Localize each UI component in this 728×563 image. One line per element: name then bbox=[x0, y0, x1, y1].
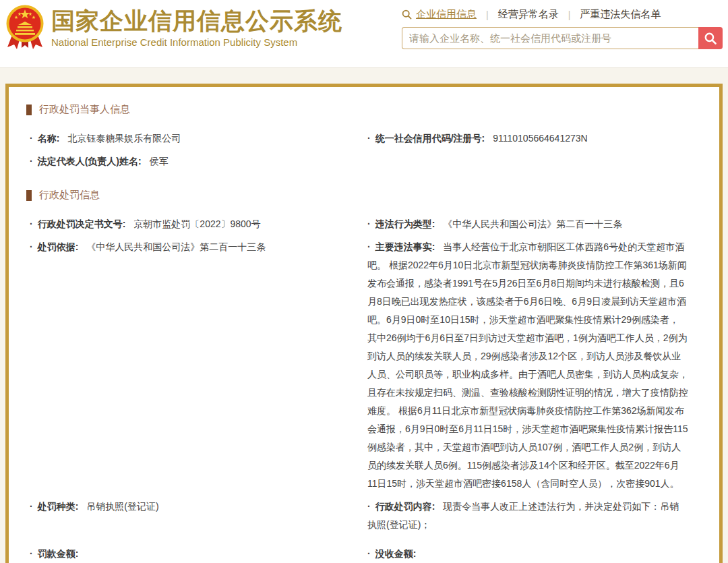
section-marker bbox=[26, 105, 32, 115]
nav-serious-violations-list[interactable]: 严重违法失信名单 bbox=[580, 8, 661, 21]
bullet: · bbox=[367, 548, 371, 559]
section-title-text: 行政处罚信息 bbox=[39, 189, 100, 202]
bullet: · bbox=[30, 548, 33, 559]
field-label: 行政处罚内容: bbox=[375, 501, 435, 512]
search-button[interactable] bbox=[698, 27, 723, 49]
site-title: 国家企业信用信息公示系统 bbox=[51, 7, 342, 35]
field-penalty-content: ·行政处罚内容:现责令当事人改正上述违法行为，并决定处罚如下：吊销执照(登记证)… bbox=[364, 498, 702, 534]
field-legal-rep: ·法定代表人(负责人)姓名:侯军 bbox=[26, 152, 364, 171]
field-fine-amount: ·罚款金额: bbox=[26, 545, 364, 563]
brand: 国家企业信用信息公示系统 National Enterprise Credit … bbox=[5, 4, 342, 50]
search-bar bbox=[402, 27, 723, 49]
search-input[interactable] bbox=[402, 27, 698, 49]
national-emblem-logo bbox=[5, 4, 44, 50]
field-penalty-type: ·处罚种类:吊销执照(登记证) bbox=[26, 498, 364, 516]
bullet: · bbox=[367, 501, 371, 512]
field-label: 统一社会信用代码/注册号: bbox=[375, 133, 485, 144]
field-label: 名称: bbox=[38, 133, 60, 144]
field-confiscation-amount: ·没收金额: bbox=[364, 545, 702, 563]
field-credit-code: ·统一社会信用代码/注册号:91110105664641273N bbox=[364, 129, 702, 148]
field-value: 侯军 bbox=[150, 156, 169, 167]
nav-separator: | bbox=[486, 9, 489, 20]
field-value: 《中华人民共和国公司法》第二百一十三条 bbox=[443, 218, 622, 229]
field-label: 违法行为类型: bbox=[375, 218, 435, 229]
field-row: ·名称:北京钰泰糖果娱乐有限公司 ·统一社会信用代码/注册号:911101056… bbox=[26, 129, 702, 148]
field-name: ·名称:北京钰泰糖果娱乐有限公司 bbox=[26, 129, 364, 148]
field-label: 没收金额: bbox=[375, 548, 417, 559]
penalty-detail-panel: 行政处罚当事人信息 ·名称:北京钰泰糖果娱乐有限公司 ·统一社会信用代码/注册号… bbox=[5, 84, 723, 563]
field-basis: ·处罚依据:《中华人民共和国公司法》第二百一十三条 bbox=[26, 238, 364, 256]
bullet: · bbox=[30, 218, 33, 229]
section-marker bbox=[26, 190, 32, 201]
field-value: 《中华人民共和国公司法》第二百一十三条 bbox=[86, 241, 266, 252]
field-value: 当事人经营位于北京市朝阳区工体西路6号处的天堂超市酒吧。 根据2022年6月10… bbox=[367, 241, 688, 489]
field-violation-type: ·违法行为类型:《中华人民共和国公司法》第二百一十三条 bbox=[364, 215, 702, 233]
field-label: 处罚种类: bbox=[38, 501, 79, 512]
field-label: 主要违法事实: bbox=[375, 241, 435, 252]
nav-enterprise-credit-info[interactable]: 企业信用信息 bbox=[416, 8, 477, 21]
field-row: ·处罚种类:吊销执照(登记证) ·行政处罚内容:现责令当事人改正上述违法行为，并… bbox=[26, 498, 702, 534]
top-nav: 企业信用信息 | 经营异常名录 | 严重违法失信名单 bbox=[402, 8, 723, 21]
field-row: ·法定代表人(负责人)姓名:侯军 bbox=[26, 152, 702, 171]
bullet: · bbox=[30, 501, 33, 512]
bullet: · bbox=[30, 241, 33, 252]
field-value: 吊销执照(登记证) bbox=[86, 501, 158, 512]
content-area: 行政处罚当事人信息 ·名称:北京钰泰糖果娱乐有限公司 ·统一社会信用代码/注册号… bbox=[0, 67, 728, 563]
field-main-facts: ·主要违法事实:当事人经营位于北京市朝阳区工体西路6号处的天堂超市酒吧。 根据2… bbox=[364, 238, 702, 493]
bullet: · bbox=[367, 133, 371, 144]
section-title-text: 行政处罚当事人信息 bbox=[39, 103, 130, 116]
bullet: · bbox=[30, 133, 33, 144]
field-label: 罚款金额: bbox=[38, 548, 79, 559]
field-label: 行政处罚决定书文号: bbox=[38, 218, 126, 229]
field-value: 91110105664641273N bbox=[493, 133, 587, 144]
field-value: 北京钰泰糖果娱乐有限公司 bbox=[67, 133, 181, 144]
field-row: ·罚款金额: ·没收金额: bbox=[26, 545, 702, 563]
site-subtitle: National Enterprise Credit Information P… bbox=[51, 36, 342, 48]
bullet: · bbox=[30, 156, 33, 167]
bullet: · bbox=[367, 218, 371, 229]
search-icon bbox=[402, 9, 412, 20]
nav-separator: | bbox=[568, 9, 571, 20]
nav-abnormal-operations-list[interactable]: 经营异常名录 bbox=[498, 8, 559, 21]
section-title-penalty: 行政处罚信息 bbox=[26, 189, 702, 202]
header-right: 企业信用信息 | 经营异常名录 | 严重违法失信名单 bbox=[402, 8, 723, 49]
field-label: 处罚依据: bbox=[38, 241, 79, 252]
field-label: 法定代表人(负责人)姓名: bbox=[38, 156, 142, 167]
brand-text: 国家企业信用信息公示系统 National Enterprise Credit … bbox=[51, 7, 342, 48]
field-doc-no: ·行政处罚决定书文号:京朝市监处罚〔2022〕9800号 bbox=[26, 215, 364, 233]
field-row: ·处罚依据:《中华人民共和国公司法》第二百一十三条 ·主要违法事实:当事人经营位… bbox=[26, 238, 702, 493]
bullet: · bbox=[367, 241, 371, 252]
site-header: 国家企业信用信息公示系统 National Enterprise Credit … bbox=[0, 0, 728, 67]
section-title-party: 行政处罚当事人信息 bbox=[26, 103, 702, 116]
search-button-icon bbox=[704, 32, 717, 45]
field-value: 京朝市监处罚〔2022〕9800号 bbox=[133, 218, 260, 229]
field-row: ·行政处罚决定书文号:京朝市监处罚〔2022〕9800号 ·违法行为类型:《中华… bbox=[26, 215, 702, 233]
